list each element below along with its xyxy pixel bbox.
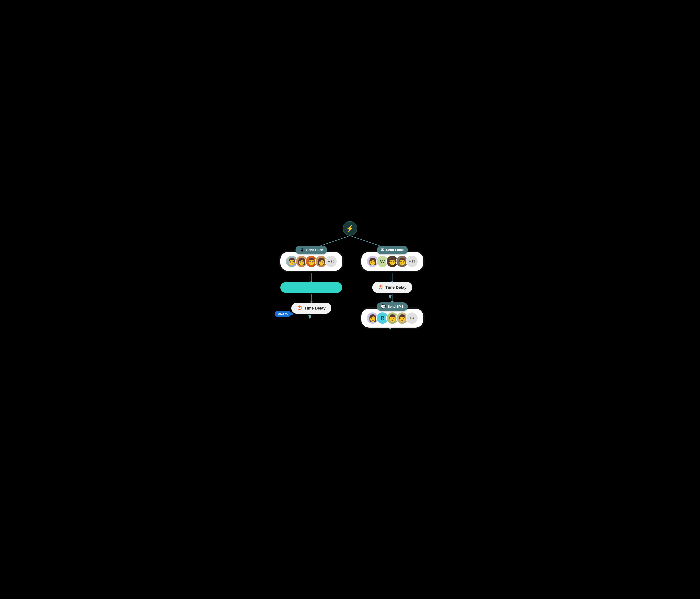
push-avatar-group: 👨 👩 👨 👩 + 25: [285, 255, 337, 268]
push-count: + 25: [325, 255, 337, 268]
send-push-avatars: 👨 👩 👨 👩 + 25: [280, 252, 342, 271]
workflow-canvas: ⚡ 📱 Send Push 👨 👩 👨: [268, 218, 432, 381]
diya-tooltip: Diya M.: [275, 311, 291, 317]
lightning-icon: ⚡: [346, 225, 354, 232]
email-count: + 19: [406, 255, 418, 268]
left-time-delay-container: ⏱ Time Delay Diya M.: [291, 303, 331, 314]
send-email-avatars: 👩 W 👨 👨 + 19: [361, 252, 423, 271]
right-time-delay-label: Time Delay: [385, 285, 406, 290]
send-email-pill[interactable]: ✉ Send Email: [377, 246, 408, 254]
send-push-label: Send Push: [306, 248, 323, 252]
trigger-node[interactable]: ⚡: [343, 221, 357, 236]
timer-icon-left: ⏱: [297, 305, 302, 311]
send-sms-pill[interactable]: 💬 Send SMS: [377, 302, 408, 311]
send-push-pill[interactable]: 📱 Send Push: [296, 246, 327, 254]
left-time-delay-label: Time Delay: [304, 306, 326, 310]
email-avatar-group: 👩 W 👨 👨 + 19: [367, 255, 418, 268]
email-icon: ✉: [381, 248, 384, 252]
cyan-bar: [280, 282, 342, 293]
timer-icon-right: ⏱: [378, 284, 383, 291]
send-sms-label: Send SMS: [388, 305, 404, 308]
send-email-label: Send Email: [386, 248, 404, 252]
send-sms-avatars: 👩 R 👨 👨 + 4: [361, 308, 423, 328]
left-branch: 📱 Send Push 👨 👩 👨 👩: [279, 246, 344, 314]
phone-icon: 📱: [300, 248, 304, 252]
right-branch: ✉ Send Email 👩 W 👨 👨: [360, 246, 425, 329]
right-time-delay[interactable]: ⏱ Time Delay: [372, 282, 412, 293]
left-time-delay[interactable]: ⏱ Time Delay: [291, 303, 331, 314]
sms-avatar-group: 👩 R 👨 👨 + 4: [367, 312, 418, 324]
sms-count: + 4: [406, 312, 418, 324]
sms-icon: 💬: [381, 304, 386, 309]
